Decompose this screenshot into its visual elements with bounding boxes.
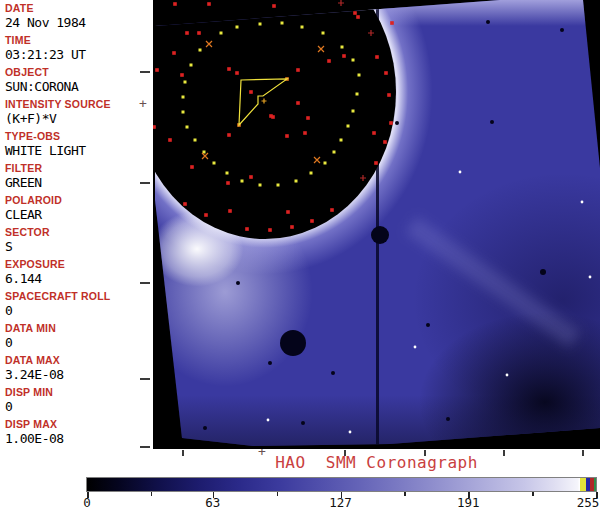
metadata-value: 3.24E-08 <box>5 367 150 382</box>
yellow-fiducial-dot <box>333 151 336 154</box>
yellow-fiducial-dot <box>194 139 197 142</box>
dark-spot <box>446 417 450 421</box>
metadata-field: SECTORS <box>0 224 150 256</box>
white-speck <box>506 374 509 377</box>
red-fiducial-dot <box>180 73 184 77</box>
plus-mark <box>368 30 374 36</box>
metadata-value: 0 <box>5 399 150 414</box>
yellow-fiducial-dot <box>190 64 193 67</box>
metadata-value: 6.144 <box>5 271 150 286</box>
white-speck <box>414 346 417 349</box>
yellow-fiducial-dot <box>340 139 343 142</box>
metadata-label: TYPE-OBS <box>5 130 150 142</box>
red-fiducial-dot <box>153 125 156 129</box>
yellow-fiducial-dot <box>347 125 350 128</box>
metadata-field: DATA MIN0 <box>0 320 150 352</box>
metadata-value: (K+F)*V <box>5 111 150 126</box>
frame-tick <box>140 71 150 73</box>
frame-plus-left: + <box>139 96 147 111</box>
dark-spot <box>486 20 490 24</box>
dark-spot <box>395 121 399 125</box>
white-speck <box>581 201 584 204</box>
metadata-value: 1.00E-08 <box>5 431 150 446</box>
yellow-fiducial-dot <box>203 151 206 154</box>
red-fiducial-dot <box>306 116 310 120</box>
yellow-fiducial-dot <box>182 96 185 99</box>
dark-spot <box>560 28 564 32</box>
colorbar-tick-label: 0 <box>83 495 91 510</box>
red-fiducial-dot <box>286 210 290 214</box>
red-fiducial-dot <box>269 114 273 118</box>
frame-tick <box>140 446 150 448</box>
red-fiducial-dot <box>375 55 379 59</box>
metadata-field: TYPE-OBSWHITE LIGHT <box>0 128 150 160</box>
metadata-label: POLAROID <box>5 194 150 206</box>
red-fiducial-dot <box>183 202 187 206</box>
metadata-value: GREEN <box>5 175 150 190</box>
dark-spot <box>301 421 305 425</box>
red-fiducial-dot <box>285 134 289 138</box>
metadata-label: OBJECT <box>5 66 150 78</box>
frame-tick <box>140 282 150 284</box>
red-fiducial-dot <box>387 93 391 97</box>
orange-x-mark <box>206 41 212 47</box>
yellow-fiducial-dot <box>358 74 361 77</box>
metadata-field: FILTERGREEN <box>0 160 150 192</box>
orange-x-mark <box>318 46 324 52</box>
red-fiducial-dot <box>390 21 394 25</box>
red-fiducial-dot <box>290 225 294 229</box>
red-fiducial-dot <box>227 133 231 137</box>
dark-spot <box>236 281 240 285</box>
image-title: HAO SMM Coronagraph <box>153 453 600 472</box>
plus-mark <box>262 99 267 104</box>
yellow-fiducial-dot <box>241 180 244 183</box>
colorbar-minor-tick <box>277 492 279 496</box>
red-fiducial-dot <box>327 59 331 63</box>
frame-tick <box>140 378 150 380</box>
red-fiducial-dot <box>249 175 253 179</box>
yellow-fiducial-dot <box>277 184 280 187</box>
metadata-label: DATE <box>5 2 150 14</box>
colorbar-tick-label: 127 <box>329 495 352 510</box>
metadata-field: DISP MIN0 <box>0 384 150 416</box>
red-fiducial-dot <box>235 71 239 75</box>
red-fiducial-dot <box>374 161 378 165</box>
white-speck <box>589 276 592 279</box>
white-speck <box>267 419 270 422</box>
red-fiducial-dot <box>207 2 211 6</box>
red-fiducial-dot <box>330 208 334 212</box>
metadata-field: OBJECTSUN:CORONA <box>0 64 150 96</box>
metadata-field: SPACECRAFT ROLL0 <box>0 288 150 320</box>
metadata-value: 03:21:23 UT <box>5 47 150 62</box>
red-fiducial-dot <box>296 101 300 105</box>
red-fiducial-dot <box>310 219 314 223</box>
metadata-label: INTENSITY SOURCE <box>5 98 150 110</box>
plus-mark <box>338 0 344 6</box>
red-fiducial-dot <box>226 181 230 185</box>
red-fiducial-dot <box>245 227 249 231</box>
red-fiducial-dot <box>249 90 253 94</box>
orange-x-mark <box>314 157 320 163</box>
metadata-label: DISP MIN <box>5 386 150 398</box>
dark-spot <box>490 120 494 124</box>
dark-spot <box>331 371 335 375</box>
colorbar-minor-tick <box>532 492 534 496</box>
dark-spot <box>203 426 207 430</box>
metadata-label: EXPOSURE <box>5 258 150 270</box>
metadata-value: 24 Nov 1984 <box>5 15 150 30</box>
coronagraph-image <box>153 0 600 449</box>
yellow-fiducial-dot <box>295 180 298 183</box>
yellow-fiducial-dot <box>199 49 202 52</box>
yellow-fiducial-dot <box>356 93 359 96</box>
dark-spot <box>371 226 389 244</box>
metadata-field: DISP MAX1.00E-08 <box>0 416 150 448</box>
sector-outline-polygon <box>239 79 287 125</box>
yellow-fiducial-dot <box>352 59 355 62</box>
red-fiducial-dot <box>353 11 357 15</box>
metadata-field: POLAROIDCLEAR <box>0 192 150 224</box>
yellow-fiducial-dot <box>226 172 229 175</box>
red-fiducial-dot <box>155 68 159 72</box>
colorbar-tick-label: 63 <box>205 495 220 510</box>
red-fiducial-dot <box>172 51 176 55</box>
plus-mark <box>360 175 366 181</box>
